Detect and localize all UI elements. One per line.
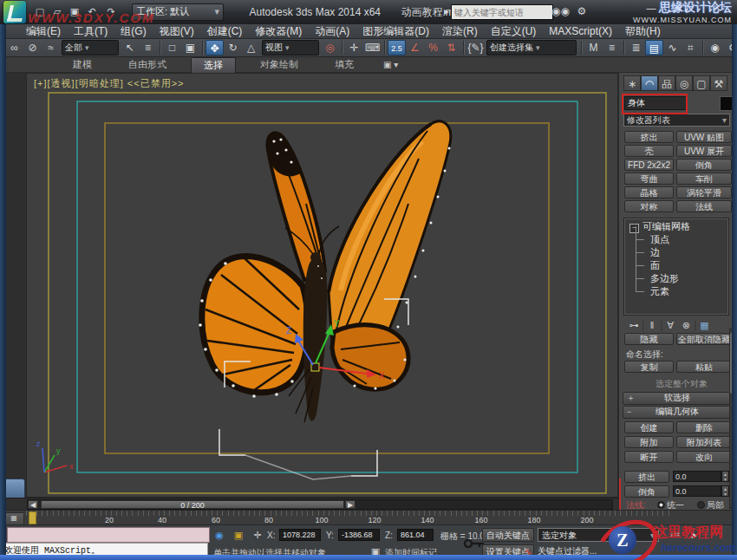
butterfly-model[interactable] [199, 121, 451, 422]
mini-curve-editor-button[interactable]: ▦ [3, 512, 24, 525]
remove-modifier-icon[interactable]: ⊗ [678, 319, 694, 332]
stack-item-element[interactable]: 元素 [624, 285, 728, 298]
menu-graph-editors[interactable]: 图形编辑器(D) [362, 24, 429, 39]
attach-button[interactable]: 附加 [624, 436, 674, 448]
search-icon[interactable]: ◉◉ [551, 3, 567, 19]
spinner-arrows[interactable]: ▲▼ [721, 485, 729, 497]
ribbon-tab-freeform[interactable]: 自由形式 [116, 57, 179, 72]
mod-button-ffd[interactable]: FFD 2x2x2 [624, 159, 674, 171]
paste-button[interactable]: 粘贴 [676, 361, 732, 373]
show-end-result-icon[interactable]: ‖ [644, 319, 660, 332]
extrude-button[interactable]: 挤出 [624, 471, 669, 483]
menu-rendering[interactable]: 渲染(R) [442, 24, 478, 39]
frame-zero-marker[interactable] [29, 511, 36, 524]
minimize-button[interactable]: — [638, 2, 664, 14]
modifier-list-dropdown[interactable]: 修改器列表 ▾ [623, 114, 730, 127]
edit-named-selection-sets-icon[interactable]: {✎} [466, 40, 485, 55]
redo-icon[interactable]: ↷ [103, 4, 119, 18]
ribbon-tab-selection[interactable]: 选择 [191, 57, 236, 73]
motion-tab-icon[interactable]: ◎ [675, 75, 693, 91]
curve-editor-icon[interactable]: ∿ [663, 40, 682, 55]
menu-create[interactable]: 创建(C) [207, 24, 243, 39]
mod-button-symmetry[interactable]: 对称 [624, 200, 674, 212]
mod-button-shell[interactable]: 壳 [624, 145, 674, 157]
ribbon-tab-object-paint[interactable]: 对象绘制 [248, 57, 310, 72]
save-file-icon[interactable]: ▣ [67, 4, 82, 18]
maximize-button[interactable]: ❒ [671, 2, 697, 14]
next-frame-button[interactable]: ▶ [345, 500, 355, 509]
search-input[interactable] [451, 4, 553, 20]
mod-button-uvw-map[interactable]: UVW 贴图 [676, 131, 732, 143]
absolute-mode-icon[interactable]: ✛ [250, 528, 265, 542]
time-slider-track[interactable]: ◀ 0 / 200 ▶ [27, 499, 613, 510]
open-file-icon[interactable]: ▱ [49, 4, 65, 18]
menu-modifiers[interactable]: 修改器(M) [255, 24, 302, 39]
align-icon[interactable]: ≡ [603, 40, 621, 55]
mod-button-extrude[interactable]: 挤出 [624, 131, 674, 143]
selection-filter-dropdown[interactable]: 全部▾ [62, 40, 119, 55]
isolate-selection-icon[interactable]: ◉ [212, 528, 227, 542]
bevel-spinner[interactable]: 0.0 [673, 485, 721, 497]
bevel-button[interactable]: 倒角 [624, 485, 669, 498]
select-and-rotate-icon[interactable]: ↻ [224, 40, 242, 55]
auto-key-button[interactable]: 自动关键点 [482, 528, 534, 542]
hide-button[interactable]: 隐藏 [624, 333, 674, 345]
use-pivot-point-center-icon[interactable]: ◎ [321, 40, 339, 55]
rectangular-selection-region-icon[interactable]: □ [163, 40, 181, 55]
unhide-all-button[interactable]: 全部取消隐藏 [676, 333, 732, 345]
spinner-arrows[interactable]: ▲▼ [721, 471, 729, 482]
app-logo-icon[interactable] [3, 1, 26, 23]
select-and-scale-icon[interactable]: △ [242, 40, 260, 55]
y-coordinate-field[interactable]: -1386.68 [338, 529, 380, 541]
close-button[interactable]: ✕ [704, 2, 730, 14]
ribbon-tab-modeling[interactable]: 建模 [61, 57, 104, 72]
window-crossing-icon[interactable]: ▣ [181, 40, 199, 55]
attach-list-button[interactable]: 附加列表 [676, 436, 732, 448]
mod-button-lattice[interactable]: 晶格 [624, 186, 674, 199]
percent-snap-icon[interactable]: % [424, 40, 442, 55]
mod-button-normal[interactable]: 法线 [676, 200, 732, 212]
mirror-icon[interactable]: M [584, 40, 603, 55]
edit-geometry-rollout[interactable]: − 编辑几何体 [623, 406, 732, 419]
schematic-view-icon[interactable]: ⌗ [682, 40, 700, 55]
menu-maxscript[interactable]: MAXScript(X) [549, 25, 612, 37]
spinner-snap-icon[interactable]: ⇅ [442, 40, 460, 55]
select-and-link-icon[interactable]: ∞ [5, 40, 23, 55]
mod-button-unwrap-uvw[interactable]: UVW 展开 [676, 145, 732, 157]
z-coordinate-field[interactable]: 861.04 [397, 529, 434, 541]
soft-selection-rollout[interactable]: ＋ 软选择 [623, 392, 732, 405]
display-tab-icon[interactable]: ▢ [693, 75, 710, 91]
unlink-selection-icon[interactable]: ⊘ [23, 40, 42, 55]
mod-button-chamfer[interactable]: 倒角 [676, 159, 732, 171]
mod-button-turbosmooth[interactable]: 涡轮平滑 [676, 186, 732, 199]
ribbon-tab-populate[interactable]: 填充 [323, 57, 366, 72]
menu-views[interactable]: 视图(V) [160, 24, 194, 39]
ribbon-minimize-icon[interactable]: ▣ ▾ [383, 60, 398, 69]
menu-edit[interactable]: 编辑(E) [26, 24, 61, 39]
modify-tab-icon[interactable]: ◠ [641, 75, 658, 91]
configure-modifier-sets-icon[interactable]: ▦ [696, 319, 712, 332]
perspective-viewport[interactable]: [+][透视][明暗处理] <<已禁用>> [26, 73, 618, 498]
select-object-icon[interactable]: ↖ [121, 40, 139, 55]
mod-button-lathe[interactable]: 车削 [676, 173, 732, 185]
create-button[interactable]: 创建 [624, 421, 674, 433]
break-button[interactable]: 断开 [624, 451, 674, 463]
time-slider-handle[interactable]: 0 / 200 [41, 500, 344, 509]
pin-stack-icon[interactable]: ⊶ [626, 319, 642, 332]
selection-lock-icon[interactable]: ▣ [231, 528, 246, 542]
keyboard-shortcut-override-icon[interactable]: ⌨ [363, 40, 382, 55]
layer-manager-icon[interactable]: ≣ [627, 40, 645, 55]
extrude-spinner[interactable]: 0.0 [673, 471, 721, 482]
new-file-icon[interactable]: ▢ [32, 4, 48, 18]
menu-help[interactable]: 帮助(H) [625, 24, 661, 39]
material-editor-icon[interactable]: ◉ [706, 40, 724, 55]
select-by-name-icon[interactable]: ≡ [139, 40, 157, 55]
select-and-move-icon[interactable]: ✥ [205, 40, 224, 55]
turn-button[interactable]: 改向 [676, 451, 732, 463]
delete-button[interactable]: 删除 [676, 421, 732, 433]
workspace-dropdown[interactable]: 工作区: 默认 ▾ [132, 3, 224, 21]
mod-button-bend[interactable]: 弯曲 [624, 173, 674, 185]
snap-toggle-icon[interactable]: 2.5 [388, 40, 406, 55]
help-wrench-icon[interactable]: ⚙ [574, 3, 590, 19]
x-coordinate-field[interactable]: 1078.228 [279, 529, 321, 541]
